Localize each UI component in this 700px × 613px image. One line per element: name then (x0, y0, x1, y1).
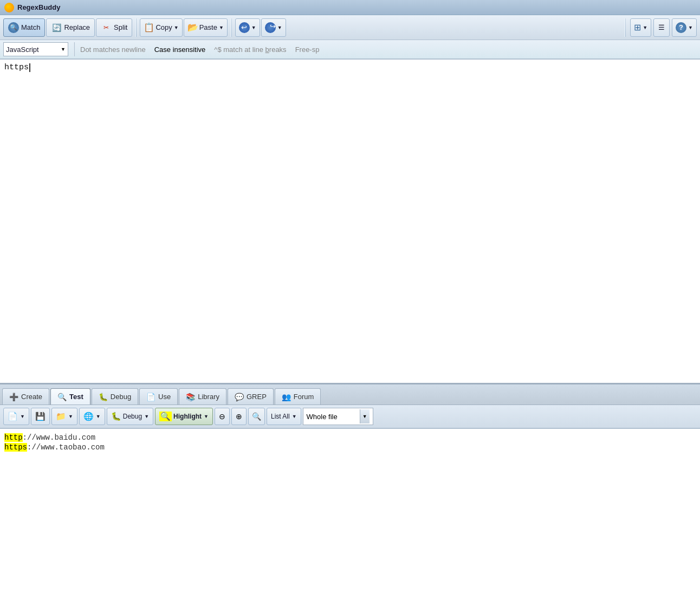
layout-button[interactable]: ☰ (653, 18, 670, 37)
tab-debug-label: Debug (111, 393, 131, 401)
create-icon: ➕ (9, 393, 18, 401)
test-line-1-rest: ://www.baidu.com (23, 433, 95, 442)
options-bar: JavaScript ▼ Dot matches newline Case in… (0, 40, 700, 60)
undo-arrow-icon: ▼ (251, 25, 256, 30)
undo-icon: ↩ (239, 22, 250, 33)
bottom-section: ➕ Create 🔍 Test 🐛 Debug 📄 Use 📚 Library … (0, 384, 700, 613)
zoom-in-button[interactable]: ⊕ (231, 408, 247, 425)
undo-dropdown[interactable]: ↩ ▼ (235, 18, 260, 37)
whole-file-select[interactable]: Whole file ▼ (303, 408, 373, 425)
highlight-arrow-icon: ▼ (204, 414, 209, 419)
title-bar: RegexBuddy (0, 0, 700, 15)
language-arrow-icon: ▼ (61, 47, 66, 52)
paste-dropdown[interactable]: 📂 Paste ▼ (184, 18, 228, 37)
replace-label: Replace (64, 23, 90, 31)
tab-library-label: Library (198, 393, 219, 401)
library-icon: 📚 (186, 393, 195, 401)
forum-icon: 👥 (282, 393, 291, 401)
zoom-out-button[interactable]: ⊖ (215, 408, 230, 425)
zoom-out-icon: ⊖ (219, 412, 225, 421)
new-file-arrow-icon: ▼ (20, 414, 25, 419)
tab-use[interactable]: 📄 Use (139, 388, 178, 405)
toolbar-right: ⊞ ▼ ☰ ? ▼ (623, 18, 697, 37)
view-arrow-icon: ▼ (643, 25, 647, 30)
test-line-2-rest: ://www.taobao.com (27, 443, 105, 452)
copy-dropdown[interactable]: 📋 Copy ▼ (140, 18, 182, 37)
app-icon (4, 3, 14, 12)
match-button[interactable]: 🔍 Match (3, 18, 45, 37)
redo-icon: ↩ (265, 22, 276, 33)
view-dropdown[interactable]: ⊞ ▼ (630, 18, 651, 37)
list-all-arrow-icon: ▼ (292, 414, 297, 419)
open-dropdown[interactable]: 📁 ▼ (51, 408, 77, 425)
options-sep (74, 42, 75, 56)
toolbar-sep-2 (231, 18, 232, 37)
debug-dropdown[interactable]: 🐛 Debug ▼ (107, 408, 153, 425)
debug-arrow-icon: ▼ (144, 414, 149, 419)
help-icon: ? (676, 22, 686, 33)
paste-arrow-icon: ▼ (219, 25, 224, 30)
tab-grep-label: GREP (247, 393, 267, 401)
highlight-label: Highlight (173, 413, 202, 420)
save-icon: 💾 (35, 412, 46, 421)
open-arrow-icon: ▼ (68, 414, 73, 419)
tab-forum-label: Forum (294, 393, 314, 401)
web-icon: 🌐 (83, 412, 94, 421)
regex-editor[interactable]: https (0, 60, 700, 384)
match-highlight-1: http (4, 433, 23, 442)
layout-icon: ☰ (658, 23, 665, 31)
list-all-dropdown[interactable]: List All ▼ (267, 408, 301, 425)
tab-create-label: Create (21, 393, 42, 401)
split-label: Split (114, 23, 127, 31)
debug-toolbar-icon: 🐛 (111, 412, 121, 421)
tab-debug[interactable]: 🐛 Debug (92, 388, 138, 405)
test-subject-area[interactable]: http://www.baidu.com https://www.taobao.… (0, 429, 700, 613)
grep-icon: 💬 (235, 393, 244, 401)
use-icon: 📄 (146, 393, 155, 401)
tab-forum[interactable]: 👥 Forum (275, 388, 321, 405)
magnify-button[interactable]: 🔍 (248, 408, 265, 425)
help-arrow-icon: ▼ (688, 25, 693, 30)
free-spacing-option[interactable]: Free-sp (295, 45, 320, 54)
split-button[interactable]: ✂ Split (96, 18, 132, 37)
highlight-dropdown[interactable]: 🔍 Highlight ▼ (155, 408, 213, 425)
tab-library[interactable]: 📚 Library (179, 388, 226, 405)
paste-icon: 📂 (187, 22, 198, 32)
copy-icon: 📋 (144, 22, 154, 32)
tab-test[interactable]: 🔍 Test (50, 388, 90, 405)
web-arrow-icon: ▼ (96, 414, 101, 419)
caret-dollar-option[interactable]: ^$ match at line breaks (214, 45, 286, 54)
redo-dropdown[interactable]: ↩ ▼ (261, 18, 286, 37)
save-button[interactable]: 💾 (31, 408, 50, 425)
open-icon: 📁 (56, 412, 66, 421)
help-dropdown[interactable]: ? ▼ (672, 18, 697, 37)
test-line-2: https://www.taobao.com (4, 443, 696, 452)
replace-icon: 🔄 (51, 22, 62, 33)
match-highlight-2: https (4, 443, 27, 452)
language-value: JavaScript (6, 45, 39, 54)
tab-create[interactable]: ➕ Create (2, 388, 49, 405)
whole-file-label: Whole file (307, 413, 338, 421)
language-select[interactable]: JavaScript ▼ (3, 42, 68, 56)
replace-button[interactable]: 🔄 Replace (46, 18, 95, 37)
bottom-toolbar: 📄 ▼ 💾 📁 ▼ 🌐 ▼ 🐛 Debug ▼ 🔍 Highlight ▼ ⊖ (0, 405, 700, 429)
magnify-icon: 🔍 (252, 412, 261, 421)
new-file-icon: 📄 (8, 412, 18, 421)
paste-label: Paste (199, 23, 217, 31)
toolbar-sep-1 (135, 18, 137, 37)
whole-file-arrow-icon: ▼ (360, 409, 370, 423)
tabs-bar: ➕ Create 🔍 Test 🐛 Debug 📄 Use 📚 Library … (0, 384, 700, 405)
dot-matches-newline-option[interactable]: Dot matches newline (80, 45, 146, 54)
redo-arrow-icon: ▼ (277, 25, 282, 30)
main-toolbar: 🔍 Match 🔄 Replace ✂ Split 📋 Copy ▼ 📂 Pas… (0, 15, 700, 40)
tab-grep[interactable]: 💬 GREP (228, 388, 274, 405)
grid-icon: ⊞ (634, 22, 641, 32)
text-cursor (29, 63, 30, 72)
regex-text-value: https (4, 63, 29, 72)
web-dropdown[interactable]: 🌐 ▼ (79, 408, 105, 425)
new-file-dropdown[interactable]: 📄 ▼ (3, 408, 29, 425)
case-insensitive-option[interactable]: Case insensitive (154, 45, 206, 54)
regex-content: https (4, 63, 30, 72)
split-icon: ✂ (101, 22, 112, 33)
debug-label: Debug (123, 413, 142, 420)
